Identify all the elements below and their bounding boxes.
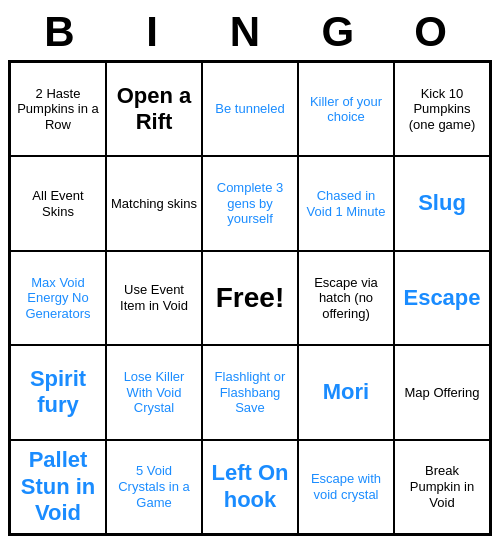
bingo-cell-6: Matching skins <box>106 156 202 250</box>
bingo-title: B I N G O <box>8 8 492 56</box>
bingo-cell-22: Left On hook <box>202 440 298 534</box>
bingo-cell-7: Complete 3 gens by yourself <box>202 156 298 250</box>
bingo-cell-5: All Event Skins <box>10 156 106 250</box>
title-i: I <box>111 8 204 56</box>
bingo-cell-2: Be tunneled <box>202 62 298 156</box>
bingo-cell-14: Escape <box>394 251 490 345</box>
bingo-cell-24: Break Pumpkin in Void <box>394 440 490 534</box>
bingo-cell-10: Max Void Energy No Generators <box>10 251 106 345</box>
bingo-cell-19: Map Offering <box>394 345 490 439</box>
bingo-cell-8: Chased in Void 1 Minute <box>298 156 394 250</box>
bingo-cell-23: Escape with void crystal <box>298 440 394 534</box>
bingo-cell-3: Killer of your choice <box>298 62 394 156</box>
bingo-cell-20: Pallet Stun in Void <box>10 440 106 534</box>
bingo-cell-21: 5 Void Crystals in a Game <box>106 440 202 534</box>
title-g: G <box>296 8 389 56</box>
title-b: B <box>18 8 111 56</box>
bingo-cell-4: Kick 10 Pumpkins (one game) <box>394 62 490 156</box>
bingo-cell-11: Use Event Item in Void <box>106 251 202 345</box>
bingo-cell-0: 2 Haste Pumpkins in a Row <box>10 62 106 156</box>
bingo-cell-17: Flashlight or Flashbang Save <box>202 345 298 439</box>
bingo-cell-13: Escape via hatch (no offering) <box>298 251 394 345</box>
bingo-grid: 2 Haste Pumpkins in a RowOpen a RiftBe t… <box>8 60 492 536</box>
bingo-cell-16: Lose Killer With Void Crystal <box>106 345 202 439</box>
bingo-cell-1: Open a Rift <box>106 62 202 156</box>
title-o: O <box>389 8 482 56</box>
bingo-cell-15: Spirit fury <box>10 345 106 439</box>
bingo-cell-9: Slug <box>394 156 490 250</box>
title-n: N <box>204 8 297 56</box>
bingo-cell-18: Mori <box>298 345 394 439</box>
bingo-cell-12: Free! <box>202 251 298 345</box>
